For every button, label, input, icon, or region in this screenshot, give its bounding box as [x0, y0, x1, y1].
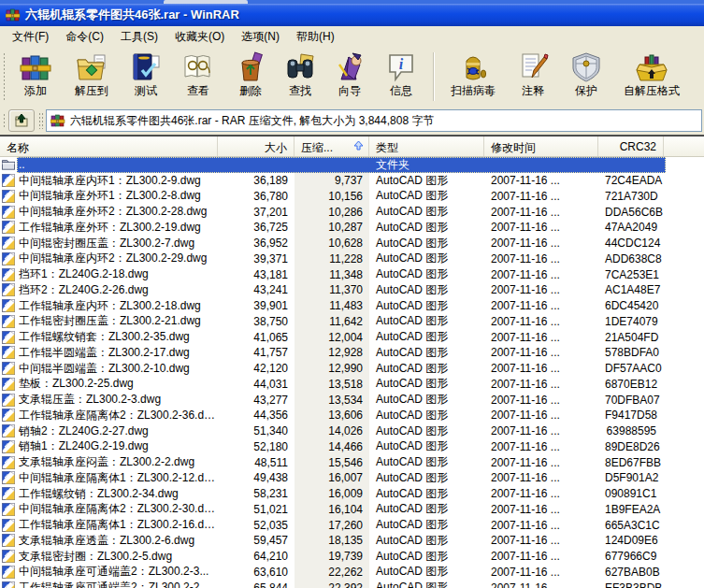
toolbar-button-find[interactable]: 查找 — [276, 49, 324, 103]
dwg-file-icon — [2, 550, 15, 563]
file-size: 58,231 — [218, 487, 295, 500]
list-row[interactable]: 工作辊轴承座隔离体1：ZL300.2-16.dwg52,03517,260Aut… — [0, 517, 704, 533]
file-type: AutoCAD 图形 — [369, 220, 484, 236]
list-row[interactable]: 垫板：ZL300.2-25.dwg44,03113,518AutoCAD 图形2… — [0, 377, 704, 393]
archive-icon — [50, 113, 65, 128]
list-row[interactable]: 中间辊半圆端盖：ZL300.2-10.dwg42,12012,990AutoCA… — [0, 361, 704, 377]
list-row[interactable]: 工作辊螺纹销：ZL300.2-34.dwg58,23116,009AutoCAD… — [0, 486, 704, 502]
file-crc32: 6870EB12 — [598, 378, 664, 391]
list-row[interactable]: 支承辊轴承座透盖：ZL300.2-6.dwg59,45718,135AutoCA… — [0, 533, 704, 549]
combo-grabber — [38, 112, 43, 129]
list-row-parent-dir[interactable]: ..文件夹 — [0, 157, 704, 173]
menu-item-1[interactable]: 命令(C) — [57, 26, 112, 48]
list-row[interactable]: 中间辊轴承座可通端盖2：ZL300.2-3...63,61022,262Auto… — [0, 565, 704, 581]
list-row[interactable]: 挡环1：ZL240G.2-18.dwg43,18111,348AutoCAD 图… — [0, 266, 704, 282]
file-size: 59,457 — [218, 534, 295, 547]
dwg-file-icon — [2, 409, 15, 422]
menu-item-2[interactable]: 工具(S) — [112, 26, 166, 48]
toolbar-button-info[interactable]: i信息 — [375, 49, 427, 103]
toolbar-button-delete[interactable]: 删除 — [225, 49, 276, 103]
file-size: 65,844 — [218, 581, 295, 588]
file-size: 36,952 — [218, 237, 295, 250]
list-row[interactable]: 工作辊螺纹销套：ZL300.2-35.dwg41,06512,004AutoCA… — [0, 329, 704, 345]
list-row[interactable]: 工作辊半圆端盖：ZL300.2-17.dwg41,75712,928AutoCA… — [0, 345, 704, 361]
list-row[interactable]: 支承辊轴承座闷盖：ZL300.2-2.dwg48,51115,546AutoCA… — [0, 454, 704, 470]
file-modified-time: 2007-11-16 ... — [484, 581, 598, 588]
list-row[interactable]: 中间辊密封圈压盖：ZL300.2-7.dwg36,95210,628AutoCA… — [0, 236, 704, 251]
list-row[interactable]: 工作辊轴承座可通端盖2：ZL300.2-2...65,84422,392Auto… — [0, 580, 704, 588]
toolbar-button-archive-add[interactable]: 添加 — [8, 49, 63, 103]
list-row[interactable]: 中间辊轴承座外环1：ZL300.2-8.dwg36,78010,156AutoC… — [0, 189, 704, 205]
list-row[interactable]: 销轴2：ZL240G.2-27.dwg51,34014,026AutoCAD 图… — [0, 423, 704, 439]
title-bar[interactable]: 六辊机辊系零件图共46张.rar - WinRAR — [0, 4, 704, 26]
list-row[interactable]: 支承辊压盖：ZL300.2-3.dwg43,27713,534AutoCAD 图… — [0, 392, 704, 408]
list-row[interactable]: 中间辊轴承座隔离体1：ZL300.2-12.dwg49,43816,007Aut… — [0, 470, 704, 486]
addressbar-grabber[interactable] — [3, 113, 6, 128]
list-row[interactable]: 工作辊轴承座内环：ZL300.2-18.dwg39,90111,483AutoC… — [0, 298, 704, 314]
column-header-label: 类型 — [376, 141, 398, 154]
background-window-sliver — [0, 0, 704, 4]
column-header-crc[interactable]: CRC32 — [598, 136, 664, 156]
file-packed-size: 18,135 — [295, 533, 369, 549]
file-type: AutoCAD 图形 — [369, 470, 484, 486]
file-name: 工作辊螺纹销：ZL300.2-34.dwg — [19, 486, 179, 502]
column-header-type[interactable]: 类型 — [369, 136, 484, 156]
toolbar-button-view[interactable]: 查看 — [171, 49, 225, 103]
menu-item-0[interactable]: 文件(F) — [4, 26, 57, 48]
column-header-mod[interactable]: 修改时间 — [484, 136, 598, 156]
file-size: 44,356 — [218, 409, 295, 422]
up-directory-button[interactable] — [8, 109, 35, 132]
list-row[interactable]: 中间辊轴承座隔离体2：ZL300.2-30.dwg51,02116,104Aut… — [0, 502, 704, 518]
toolbar-button-label: 添加 — [24, 84, 47, 97]
dwg-file-icon — [2, 394, 15, 407]
column-header-filler — [664, 136, 704, 156]
list-row[interactable]: 工作辊轴承座外环：ZL300.2-19.dwg36,72510,287AutoC… — [0, 220, 704, 236]
file-packed-size: 11,370 — [295, 282, 369, 298]
toolbar-button-wizard[interactable]: 向导 — [324, 49, 375, 103]
toolbar-button-scan-virus[interactable]: 扫描病毒 — [440, 49, 506, 103]
list-row[interactable]: 工作辊轴承座隔离体2：ZL300.2-36.dwg44,35613,606Aut… — [0, 408, 704, 423]
file-size: 41,757 — [218, 346, 295, 359]
menu-item-3[interactable]: 收藏夹(O) — [166, 26, 233, 48]
file-crc32: 677966C9 — [598, 550, 664, 563]
archive-info-text: 六辊机辊系零件图共46张.rar - RAR 压缩文件, 解包大小为 3,844… — [70, 113, 434, 129]
file-name: 工作辊螺纹销套：ZL300.2-35.dwg — [19, 329, 190, 345]
file-crc32: AC1A48E7 — [598, 283, 664, 296]
file-packed-size: 16,104 — [295, 502, 369, 518]
svg-text:i: i — [399, 56, 404, 72]
toolbar-grabber[interactable] — [3, 52, 6, 101]
folder-icon — [2, 159, 15, 170]
file-name: 销轴1：ZL240G.2-19.dwg — [19, 438, 149, 454]
toolbar-button-protect[interactable]: 保护 — [560, 49, 612, 103]
column-header-pack[interactable]: 压缩... — [295, 136, 369, 156]
list-row[interactable]: 中间辊轴承座内环2：ZL300.2-29.dwg39,37111,228Auto… — [0, 251, 704, 267]
file-name: 挡环2：ZL240G.2-26.dwg — [19, 282, 149, 298]
up-dir-icon — [14, 113, 29, 128]
list-row[interactable]: 支承辊密封圈：ZL300.2-5.dwg64,21019,739AutoCAD … — [0, 549, 704, 565]
toolbar-button-test[interactable]: 测试 — [121, 49, 171, 103]
test-icon — [130, 50, 162, 84]
file-modified-time: 2007-11-16 ... — [484, 283, 598, 296]
file-type: AutoCAD 图形 — [369, 564, 484, 580]
toolbar-button-sfx[interactable]: 自解压格式 — [612, 49, 691, 103]
file-packed-size: 12,928 — [295, 345, 369, 361]
list-row[interactable]: 中间辊轴承座内环1：ZL300.2-9.dwg36,1899,737AutoCA… — [0, 173, 704, 189]
list-row[interactable]: 工作辊密封圈压盖：ZL300.2-21.dwg38,75011,642AutoC… — [0, 314, 704, 330]
file-name: 支承辊压盖：ZL300.2-3.dwg — [19, 392, 161, 408]
file-packed-size: 13,534 — [295, 392, 369, 408]
toolbar-button-comment[interactable]: 注释 — [506, 49, 560, 103]
menu-item-5[interactable]: 帮助(H) — [288, 26, 343, 48]
column-header-size[interactable]: 大小 — [218, 136, 295, 156]
file-packed-size: 17,260 — [295, 517, 369, 533]
column-header-name[interactable]: 名称 — [0, 136, 218, 156]
file-type: AutoCAD 图形 — [369, 298, 484, 314]
sfx-icon — [636, 50, 668, 84]
file-size: 36,780 — [218, 190, 295, 203]
archive-path-combobox[interactable]: 六辊机辊系零件图共46张.rar - RAR 压缩文件, 解包大小为 3,844… — [46, 109, 702, 132]
list-row[interactable]: 销轴1：ZL240G.2-19.dwg52,18014,466AutoCAD 图… — [0, 439, 704, 455]
menu-item-4[interactable]: 选项(N) — [233, 26, 288, 48]
file-packed-size: 16,007 — [295, 470, 369, 486]
list-row[interactable]: 挡环2：ZL240G.2-26.dwg43,24111,370AutoCAD 图… — [0, 282, 704, 298]
list-row[interactable]: 中间辊轴承座外环2：ZL300.2-28.dwg37,20110,286Auto… — [0, 204, 704, 220]
toolbar-button-extract-to[interactable]: 解压到 — [63, 49, 121, 103]
